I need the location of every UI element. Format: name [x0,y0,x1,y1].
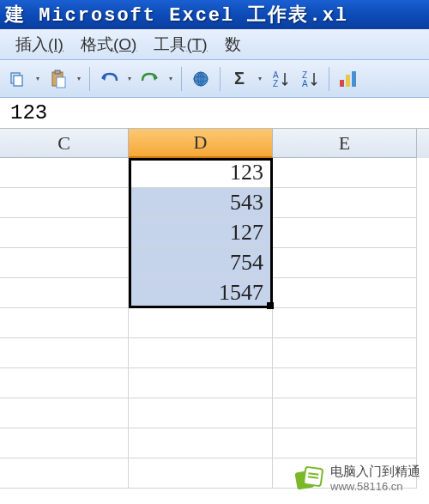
svg-rect-3 [55,70,60,74]
separator [220,67,221,91]
svg-rect-12 [340,80,344,87]
cell-e6[interactable] [273,308,417,338]
sort-desc-button[interactable]: ZA [298,67,322,91]
cell-c4[interactable] [0,248,129,278]
copy-dropdown-icon[interactable]: ▾ [34,75,41,82]
svg-rect-1 [14,76,22,86]
cell-c3[interactable] [0,218,129,248]
cell-d10[interactable] [129,428,273,458]
paste-button[interactable] [46,67,70,91]
cell-d8[interactable] [129,368,273,398]
column-headers: C D E [0,129,429,158]
formula-bar[interactable]: 123 [0,98,429,129]
cell-d3[interactable]: 127 [129,218,273,248]
row-7 [0,338,429,368]
window-titlebar: 建 Microsoft Excel 工作表.xl [0,0,429,29]
row-1: 123 [0,158,429,188]
hyperlink-button[interactable] [189,67,213,91]
cell-e8[interactable] [273,368,417,398]
row-2: 543 [0,188,429,218]
cell-c6[interactable] [0,308,129,338]
redo-dropdown-icon[interactable]: ▾ [167,75,174,82]
cell-d4[interactable]: 754 [129,248,273,278]
watermark: 电脑入门到精通 www.58116.cn [294,463,420,494]
col-header-e[interactable]: E [273,129,417,158]
row-4: 754 [0,248,429,278]
cell-c10[interactable] [0,428,129,458]
col-header-d[interactable]: D [129,129,273,158]
separator [329,67,329,91]
toolbar: ▾ ▾ ▾ ▾ Σ ▾ AZ ZA [0,60,429,98]
cell-d2[interactable]: 543 [129,188,273,218]
spreadsheet-grid: C D E 123 543 127 754 1547 [0,129,429,489]
cell-c8[interactable] [0,368,129,398]
cell-e9[interactable] [273,398,417,428]
sort-asc-button[interactable]: AZ [269,67,293,91]
col-header-c[interactable]: C [0,129,129,158]
cell-c5[interactable] [0,278,129,308]
cell-d7[interactable] [129,338,273,368]
svg-text:Z: Z [273,79,278,88]
separator [89,67,90,91]
cell-c1[interactable] [0,158,129,188]
sigma-icon: Σ [234,69,245,88]
title-text: Microsoft Excel 工作表.xl [39,2,348,27]
row-8 [0,368,429,398]
chart-button[interactable] [336,67,360,91]
row-3: 127 [0,218,429,248]
cell-d5[interactable]: 1547 [129,278,273,308]
watermark-icon [294,463,325,494]
menu-bar: 插入(I) 格式(O) 工具(T) 数 [0,29,429,60]
svg-rect-4 [57,77,65,88]
undo-dropdown-icon[interactable]: ▾ [126,75,133,82]
paste-dropdown-icon[interactable]: ▾ [76,75,82,82]
menu-format[interactable]: 格式(O) [72,30,145,59]
svg-rect-13 [346,75,350,87]
row-9 [0,398,429,428]
svg-rect-14 [352,71,356,87]
row-10 [0,428,429,458]
cell-c11[interactable] [0,458,129,489]
redo-button[interactable] [138,67,162,91]
cell-e3[interactable] [273,218,417,248]
watermark-site: www.58116.cn [330,480,420,493]
cell-c7[interactable] [0,338,129,368]
svg-text:A: A [302,79,308,88]
grid-rows: 123 543 127 754 1547 [0,158,429,489]
cell-e7[interactable] [273,338,417,368]
cell-d9[interactable] [129,398,273,428]
row-6 [0,308,429,338]
cell-e4[interactable] [273,248,417,278]
cell-e10[interactable] [273,428,417,458]
cell-e1[interactable] [273,158,417,188]
cell-c9[interactable] [0,398,129,428]
cell-d11[interactable] [129,458,273,489]
cell-e2[interactable] [273,188,417,218]
formula-value: 123 [10,101,47,124]
cell-e5[interactable] [273,278,417,308]
menu-insert[interactable]: 插入(I) [7,30,72,59]
row-5: 1547 [0,278,429,308]
cell-c2[interactable] [0,188,129,218]
menu-tools[interactable]: 工具(T) [145,30,215,59]
autosum-button[interactable]: Σ [227,67,251,91]
copy-button[interactable] [5,67,29,91]
watermark-text: 电脑入门到精通 [330,464,420,480]
separator [181,67,182,91]
menu-data[interactable]: 数 [216,30,250,59]
title-prefix: 建 [5,2,26,27]
autosum-dropdown-icon[interactable]: ▾ [257,75,263,82]
cell-d1[interactable]: 123 [129,158,273,188]
undo-button[interactable] [97,67,121,91]
cell-d6[interactable] [129,308,273,338]
